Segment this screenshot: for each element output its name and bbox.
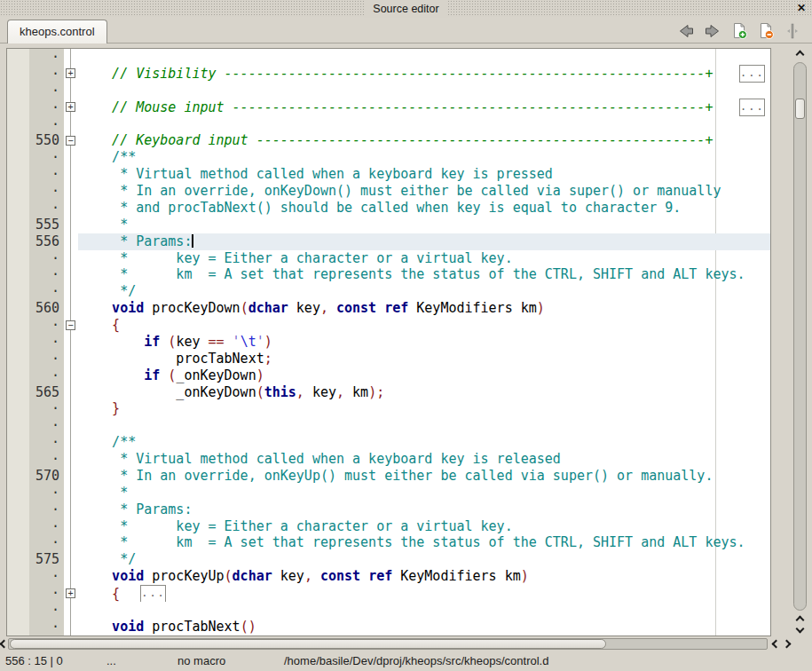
line-text[interactable]: * In an override, onKeyUp() must either … — [78, 468, 770, 485]
marker-gutter[interactable] — [7, 619, 29, 635]
line-number[interactable]: 560 — [29, 300, 64, 317]
marker-gutter[interactable] — [7, 116, 29, 133]
marker-gutter[interactable] — [7, 149, 29, 166]
code-editor[interactable]: ··+ // Visibility ----------------------… — [6, 48, 771, 636]
line-number[interactable]: · — [29, 501, 64, 518]
line-text[interactable] — [78, 116, 770, 133]
scroll-up-icon-bottom[interactable] — [796, 616, 805, 625]
marker-gutter[interactable] — [7, 283, 29, 300]
marker-gutter[interactable] — [7, 367, 29, 384]
line-text[interactable] — [78, 49, 770, 66]
line-text[interactable] — [78, 417, 770, 434]
marker-gutter[interactable] — [7, 132, 29, 149]
line-number[interactable]: 570 — [29, 468, 64, 485]
fold-expand-icon[interactable]: + — [66, 68, 75, 78]
code-line[interactable]: · void procKeyUp(dchar key, const ref Ke… — [7, 568, 770, 585]
line-text[interactable]: // Keyboard input ----------------------… — [78, 132, 770, 149]
marker-gutter[interactable] — [7, 551, 29, 568]
line-number[interactable]: · — [29, 602, 64, 619]
line-text[interactable]: * km = A set that represents the status … — [78, 534, 770, 551]
code-line[interactable]: · */ — [7, 283, 770, 300]
marker-gutter[interactable] — [7, 183, 29, 200]
code-line[interactable]: 556 * Params: — [7, 233, 770, 250]
line-number[interactable]: · — [29, 400, 64, 417]
code-line[interactable]: 560 void procKeyDown(dchar key, const re… — [7, 300, 770, 317]
fold-expand-icon[interactable]: + — [66, 102, 75, 112]
marker-gutter[interactable] — [7, 300, 29, 317]
horizontal-scrollbar[interactable] — [0, 637, 795, 651]
code-line[interactable]: · * Virtual method called when a keyboar… — [7, 451, 770, 468]
line-text[interactable]: * Virtual method called when a keyboard … — [78, 451, 770, 468]
line-number[interactable]: · — [29, 434, 64, 451]
code-line[interactable]: · procTabNext; — [7, 351, 770, 367]
marker-gutter[interactable] — [7, 485, 29, 501]
marker-gutter[interactable] — [7, 568, 29, 585]
line-number[interactable]: · — [29, 351, 64, 367]
code-line[interactable]: 570 * In an override, onKeyUp() must eit… — [7, 468, 770, 485]
code-line[interactable]: 555 * — [7, 217, 770, 233]
line-number[interactable]: · — [29, 49, 64, 66]
line-number[interactable]: · — [29, 568, 64, 585]
code-line[interactable]: 575 */ — [7, 551, 770, 568]
line-number[interactable]: · — [29, 334, 64, 351]
code-line[interactable]: ·+ // Visibility -----------------------… — [7, 66, 770, 83]
line-number[interactable]: · — [29, 250, 64, 267]
code-line[interactable]: ·+ // Mouse input ----------------------… — [7, 99, 770, 116]
line-number[interactable]: · — [29, 83, 64, 99]
line-number[interactable]: 550 — [29, 132, 64, 149]
marker-gutter[interactable] — [7, 400, 29, 417]
code-line[interactable]: · * key = Either a character or a virtua… — [7, 518, 770, 535]
line-number[interactable]: · — [29, 99, 64, 116]
line-number[interactable]: · — [29, 149, 64, 166]
line-number[interactable]: · — [29, 619, 64, 635]
new-document-icon[interactable] — [730, 22, 748, 40]
marker-gutter[interactable] — [7, 250, 29, 267]
line-number[interactable]: · — [29, 183, 64, 200]
line-number[interactable]: · — [29, 116, 64, 133]
line-number[interactable]: 556 — [29, 233, 64, 250]
code-line[interactable]: · * and procTabNext() should be called w… — [7, 200, 770, 217]
back-arrow-icon[interactable] — [677, 22, 695, 40]
remove-document-icon[interactable] — [757, 22, 775, 40]
code-line[interactable]: · * — [7, 485, 770, 501]
marker-gutter[interactable] — [7, 334, 29, 351]
line-text[interactable] — [78, 83, 770, 99]
marker-gutter[interactable] — [7, 317, 29, 334]
code-line[interactable]: · — [7, 83, 770, 99]
line-text[interactable]: {... — [78, 585, 770, 602]
line-number[interactable]: 555 — [29, 217, 64, 233]
code-line[interactable]: · * key = Either a character or a virtua… — [7, 250, 770, 267]
scroll-left-icon-right[interactable] — [772, 640, 781, 649]
marker-gutter[interactable] — [7, 417, 29, 434]
line-text[interactable]: } — [78, 400, 770, 417]
line-text[interactable]: * — [78, 217, 770, 233]
horizontal-scrollbar-thumb[interactable] — [10, 639, 606, 649]
line-number[interactable]: · — [29, 200, 64, 217]
fold-expand-icon[interactable]: + — [66, 588, 75, 598]
line-text[interactable]: * Virtual method called when a keyboard … — [78, 166, 770, 183]
line-number[interactable]: · — [29, 166, 64, 183]
marker-gutter[interactable] — [7, 166, 29, 183]
marker-gutter[interactable] — [7, 351, 29, 367]
code-line[interactable]: · * Params: — [7, 501, 770, 518]
marker-gutter[interactable] — [7, 66, 29, 83]
forward-arrow-icon[interactable] — [704, 22, 721, 40]
code-line[interactable]: · * km = A set that represents the statu… — [7, 534, 770, 551]
code-line[interactable]: · — [7, 49, 770, 66]
marker-gutter[interactable] — [7, 266, 29, 283]
line-text[interactable]: procTabNext; — [78, 351, 770, 367]
line-text[interactable]: _onKeyDown(this, key, km); — [78, 384, 770, 401]
folded-code-ellipsis[interactable]: ... — [739, 99, 765, 116]
line-number[interactable]: · — [29, 451, 64, 468]
tab-kheops-control[interactable]: kheops.control — [7, 20, 107, 43]
line-text[interactable]: * Params: — [78, 501, 770, 518]
marker-gutter[interactable] — [7, 518, 29, 535]
line-text[interactable]: // Visibility --------------------------… — [78, 66, 770, 83]
code-line[interactable]: 565 _onKeyDown(this, key, km); — [7, 384, 770, 401]
line-number[interactable]: · — [29, 518, 64, 535]
code-line[interactable]: · * km = A set that represents the statu… — [7, 266, 770, 283]
marker-gutter[interactable] — [7, 585, 29, 602]
marker-gutter[interactable] — [7, 468, 29, 485]
line-text[interactable]: if (key == '\t') — [78, 334, 770, 351]
scroll-down-icon[interactable] — [796, 625, 805, 634]
